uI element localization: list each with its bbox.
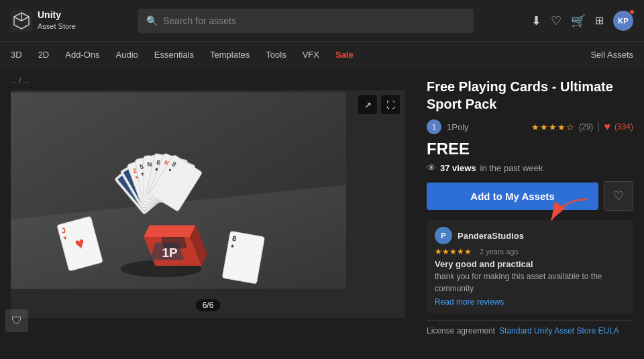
- image-overlay-controls: ↗ ⛶: [358, 95, 400, 114]
- nav-3d[interactable]: 3D: [11, 44, 22, 65]
- license-link[interactable]: Standard Unity Asset Store EULA: [499, 326, 619, 336]
- nav-tools[interactable]: Tools: [266, 44, 286, 65]
- nav-vfx[interactable]: VFX: [303, 44, 319, 65]
- views-row: 👁 37 views in the past week: [427, 162, 633, 173]
- nav-addons[interactable]: Add-Ons: [65, 44, 99, 65]
- review-card: P PanderaStudios ★★★★★ 2 years ago Very …: [427, 220, 633, 313]
- license-row: License agreement Standard Unity Asset S…: [427, 320, 633, 336]
- image-counter: 6/6: [196, 299, 221, 311]
- reviewer-name: PanderaStudios: [458, 231, 524, 241]
- avatar[interactable]: KP: [613, 11, 633, 31]
- reviewer-avatar: P: [435, 227, 452, 244]
- heart-icon[interactable]: ♡: [551, 13, 561, 28]
- add-to-assets-button[interactable]: Add to My Assets: [427, 183, 598, 210]
- search-icon: 🔍: [146, 15, 158, 26]
- publisher-avatar: 1: [427, 119, 441, 134]
- read-more-reviews-link[interactable]: Read more reviews: [435, 297, 625, 307]
- asset-title: Free Playing Cards - Ultimate Sport Pack: [427, 78, 633, 113]
- header: Unity Asset Store 🔍 ⬇ ♡ 🛒 ⊞ KP: [0, 0, 644, 42]
- cart-icon[interactable]: 🛒: [571, 13, 586, 28]
- card-scene: J 2 ♥: [11, 90, 405, 294]
- download-icon[interactable]: ⬇: [531, 13, 541, 28]
- breadcrumb: ... / ...: [11, 76, 405, 85]
- nav-essentials[interactable]: Essentials: [154, 44, 194, 65]
- unity-logo-icon: [11, 10, 32, 32]
- left-panel: ... / ...: [0, 68, 416, 359]
- asset-image-container: J 2 ♥: [11, 90, 405, 318]
- asset-price: FREE: [427, 140, 633, 158]
- reviewer-row: P PanderaStudios: [435, 227, 625, 244]
- review-stars: ★★★★★: [435, 247, 472, 256]
- rating-count: (29): [579, 122, 593, 132]
- views-count: 37 views: [440, 163, 476, 173]
- nav-items: 3D 2D Add-Ons Audio Essentials Templates…: [11, 44, 590, 65]
- header-icons: ⬇ ♡ 🛒 ⊞ KP: [531, 11, 633, 31]
- search-input[interactable]: [163, 15, 466, 26]
- svg-text:1P: 1P: [162, 246, 177, 260]
- nav-sale[interactable]: Sale: [335, 44, 354, 65]
- logo-text: Unity Asset Store: [38, 10, 76, 31]
- main-content: ... / ...: [0, 68, 644, 359]
- review-date: 2 years ago: [480, 248, 518, 256]
- search-bar[interactable]: 🔍: [138, 9, 474, 33]
- publisher-name[interactable]: 1Poly: [447, 122, 469, 132]
- avatar-notification-badge: [629, 9, 635, 15]
- svg-text:N: N: [147, 160, 152, 168]
- shield-badge: 🛡: [5, 309, 28, 332]
- right-panel: Free Playing Cards - Ultimate Sport Pack…: [416, 68, 644, 359]
- grid-icon[interactable]: ⊞: [595, 14, 604, 27]
- fullscreen-button[interactable]: ⛶: [381, 95, 400, 114]
- nav-2d[interactable]: 2D: [38, 44, 50, 65]
- wishlist-button[interactable]: ♡: [604, 181, 633, 211]
- nav-templates[interactable]: Templates: [210, 44, 250, 65]
- wishlist-heart-icon: ♡: [613, 189, 624, 203]
- star-rating: ★★★★☆: [531, 122, 575, 132]
- action-row: Add to My Assets ♡: [427, 181, 633, 211]
- nav-sell-assets[interactable]: Sell Assets: [590, 50, 633, 60]
- nav-audio[interactable]: Audio: [116, 44, 138, 65]
- publisher-row: 1 1Poly ★★★★☆ (29) | ♥ (334): [427, 119, 633, 134]
- nav: 3D 2D Add-Ons Audio Essentials Templates…: [0, 42, 644, 68]
- review-title: Very good and practical: [435, 259, 625, 269]
- favorite-count: (334): [614, 122, 633, 132]
- license-label: License agreement: [427, 326, 495, 336]
- share-button[interactable]: ↗: [358, 95, 377, 114]
- svg-marker-30: [144, 225, 196, 237]
- rating-section: ★★★★☆ (29) | ♥ (334): [531, 121, 633, 133]
- heart-icon: ♥: [604, 121, 610, 133]
- shield-icon: 🛡: [11, 315, 22, 327]
- logo-area: Unity Asset Store: [11, 10, 138, 32]
- views-suffix: in the past week: [480, 163, 543, 173]
- review-text: thank you for making this asset availabl…: [435, 270, 625, 295]
- eye-icon: 👁: [427, 162, 436, 173]
